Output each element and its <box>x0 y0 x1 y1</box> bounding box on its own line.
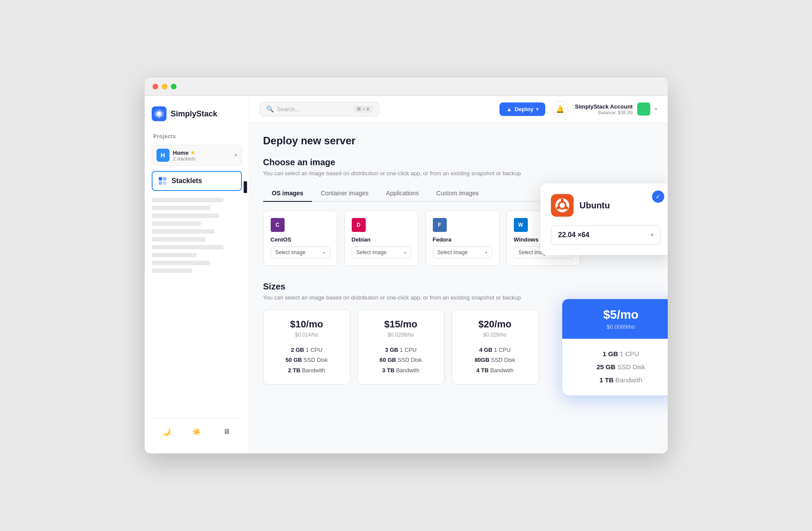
svg-rect-5 <box>163 177 166 180</box>
page-content: Deploy new server Choose an image You ca… <box>249 123 668 453</box>
svg-rect-7 <box>163 181 166 185</box>
selected-size-popup: $5/mo $0.0069/ho 1 GB 1 CPU 25 GB SSD Di… <box>562 299 668 395</box>
account-chevron-icon: ▾ <box>655 106 657 112</box>
debian-name: Debian <box>352 236 411 243</box>
logo-area: SimplyStack <box>152 105 242 128</box>
svg-point-10 <box>561 199 564 202</box>
sizes-section-title: Sizes <box>263 282 654 292</box>
search-icon: 🔍 <box>266 106 274 112</box>
size-10-hourly: $0.014/ho <box>272 332 341 338</box>
ubuntu-popup: ✓ Ubuntu <box>540 184 668 255</box>
ubuntu-logo <box>551 194 574 217</box>
size-15-hourly: $0.0208/ho <box>367 332 435 338</box>
stacklets-label: Stacklets <box>172 177 202 185</box>
tab-os-images[interactable]: OS images <box>263 185 312 202</box>
image-card-debian[interactable]: D Debian Select image ▾ <box>344 211 418 266</box>
fedora-name: Fedora <box>433 236 492 243</box>
stacklets-icon <box>158 176 167 186</box>
centos-select[interactable]: Select image ▾ <box>271 246 330 259</box>
size-15-specs: 3 GB 1 CPU 60 GB SSD Disk 3 TB Bandwith <box>367 345 435 375</box>
skeleton-line <box>152 269 192 273</box>
star-icon: ★ <box>190 150 195 156</box>
size-card-20[interactable]: $20/mo $0.028/ho 4 GB 1 CPU 80GB SSD Dis… <box>452 310 539 385</box>
ubuntu-name: Ubuntu <box>580 201 610 211</box>
app-window: SimplyStack Projects H Home ★ 2 stacklet… <box>145 78 668 453</box>
account-name: SimplyStack Account <box>575 103 632 110</box>
image-section-desc: You can select an image based on distrib… <box>263 170 654 177</box>
svg-rect-6 <box>159 181 162 185</box>
maximize-dot[interactable] <box>171 84 177 89</box>
selected-size-bottom: 1 GB 1 CPU 25 GB SSD Disk 1 TB Bandwith <box>562 339 668 395</box>
skeleton-line <box>152 229 215 234</box>
svg-point-12 <box>565 207 568 210</box>
main-content: 🔍 Search... ⌘ + K ▲ Deploy ▾ 🔔 SimplySta… <box>249 96 668 453</box>
project-item[interactable]: H Home ★ 2 stacklets ▾ <box>152 145 242 166</box>
selected-size-hourly: $0.0069/ho <box>571 323 668 330</box>
light-mode-button[interactable]: ☀️ <box>189 424 204 439</box>
ubuntu-check-icon: ✓ <box>652 191 664 203</box>
image-card-fedora[interactable]: F Fedora Select image ▾ <box>425 211 499 266</box>
svg-point-3 <box>157 112 161 116</box>
search-bar[interactable]: 🔍 Search... ⌘ + K <box>260 102 379 116</box>
tab-custom-images[interactable]: Custom images <box>428 185 487 202</box>
centos-select-label: Select image <box>275 249 306 255</box>
size-card-10[interactable]: $10/mo $0.014/ho 2 GB 1 CPU 50 GB SSD Di… <box>263 310 350 385</box>
size-10-price: $10/mo <box>272 319 341 330</box>
deploy-button[interactable]: ▲ Deploy ▾ <box>499 102 545 116</box>
size-20-price: $20/mo <box>461 319 530 330</box>
ubuntu-popup-header: Ubuntu <box>551 194 661 217</box>
debian-select-label: Select image <box>357 249 387 255</box>
size-20-hourly: $0.028/ho <box>461 332 530 338</box>
logo-text: SimplyStack <box>171 109 217 119</box>
image-section: Choose an image You can select an image … <box>263 157 654 266</box>
fedora-select[interactable]: Select image ▾ <box>433 246 492 259</box>
debian-select[interactable]: Select image ▾ <box>352 246 411 259</box>
fedora-icon: F <box>433 218 447 232</box>
minimize-dot[interactable] <box>162 84 167 89</box>
svg-rect-4 <box>159 177 162 180</box>
project-chevron-icon: ▾ <box>234 152 237 158</box>
display-button[interactable]: 🖥 <box>219 424 234 439</box>
image-section-title: Choose an image <box>263 157 654 167</box>
selected-size-price: $5/mo <box>571 308 668 322</box>
project-stacklets: 2 stacklets <box>173 156 231 161</box>
dark-mode-button[interactable]: 🌙 <box>159 424 174 439</box>
skeleton-line <box>152 198 224 202</box>
image-card-centos[interactable]: C CentOS Select image ▾ <box>263 211 337 266</box>
account-info: SimplyStack Account Balance: $38.99 <box>575 103 632 115</box>
size-card-15[interactable]: $15/mo $0.0208/ho 3 GB 1 CPU 60 GB SSD D… <box>357 310 445 385</box>
skeleton-line <box>152 253 197 257</box>
account-avatar <box>637 102 650 116</box>
ubuntu-version-label: 22.04 ×64 <box>558 231 590 239</box>
windows-icon: W <box>514 218 528 232</box>
page-title: Deploy new server <box>263 135 654 147</box>
skeleton-line <box>152 237 206 242</box>
centos-icon: C <box>271 218 285 232</box>
ubuntu-version-select[interactable]: 22.04 ×64 ▾ <box>551 225 661 245</box>
size-20-specs: 4 GB 1 CPU 80GB SSD Disk 4 TB Bandwith <box>461 345 530 375</box>
projects-label: Projects <box>152 133 242 140</box>
project-name: Home ★ <box>173 150 231 156</box>
ubuntu-version-chevron-icon: ▾ <box>651 232 653 238</box>
centos-name: CentOS <box>271 236 330 243</box>
centos-chevron-icon: ▾ <box>323 250 325 255</box>
size-10-specs: 2 GB 1 CPU 50 GB SSD Disk 2 TB Bandwith <box>272 345 341 375</box>
deploy-icon: ▲ <box>506 106 512 112</box>
close-dot[interactable] <box>153 84 158 89</box>
tab-container-images[interactable]: Container images <box>312 185 377 202</box>
svg-point-11 <box>556 207 559 210</box>
deploy-label: Deploy <box>515 106 533 112</box>
project-badge: H <box>156 149 170 162</box>
account-area[interactable]: SimplyStack Account Balance: $38.99 ▾ <box>575 102 657 116</box>
skeleton-line <box>152 245 224 249</box>
search-shortcut: ⌘ + K <box>354 106 373 113</box>
topbar: 🔍 Search... ⌘ + K ▲ Deploy ▾ 🔔 SimplySta… <box>249 96 668 123</box>
bottom-icons: 🌙 ☀️ 🖥 <box>152 418 242 445</box>
tab-applications[interactable]: Applications <box>377 185 428 202</box>
sidebar-item-stacklets[interactable]: Stacklets ▌ <box>152 171 242 191</box>
notifications-button[interactable]: 🔔 <box>552 101 568 117</box>
size-15-price: $15/mo <box>367 319 435 330</box>
skeleton-lines <box>152 198 242 273</box>
sizes-section: Sizes You can select an image based on d… <box>263 282 654 385</box>
debian-icon: D <box>352 218 366 232</box>
